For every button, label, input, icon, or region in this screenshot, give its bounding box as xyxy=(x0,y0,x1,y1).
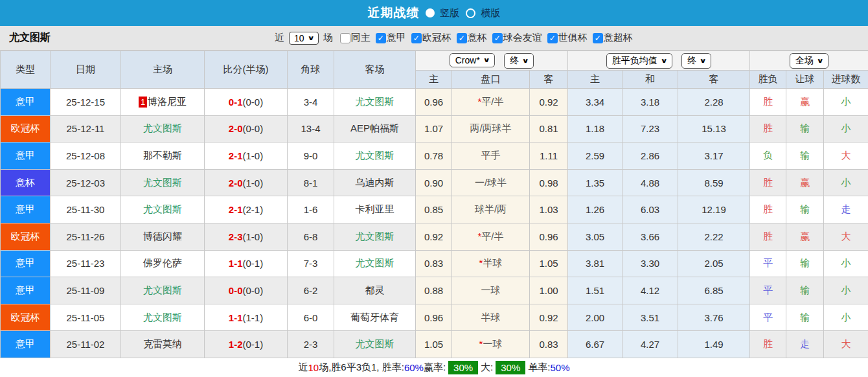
competition-checkbox-label[interactable]: 意杯 xyxy=(468,32,487,44)
competition-checkbox-5[interactable] xyxy=(547,33,558,43)
avg-home-cell: 6.67 xyxy=(568,331,622,358)
result-handicap-cell: 走 xyxy=(786,331,824,358)
away-team-cell: 乌迪内斯 xyxy=(334,169,416,196)
avg-draw-cell: 4.27 xyxy=(622,331,678,358)
avg-home-cell: 3.05 xyxy=(568,223,622,250)
col-header-corners: 角球 xyxy=(288,51,334,89)
handicap-cell: *半球 xyxy=(452,250,530,277)
competition-checkbox-label[interactable]: 欧冠杯 xyxy=(422,32,451,44)
competition-checkbox-list: 同主意甲欧冠杯意杯球会友谊世俱杯意超杯 xyxy=(335,32,633,44)
odds-state-select[interactable]: 终∨ xyxy=(504,53,534,69)
result-handicap-cell: 输 xyxy=(786,196,824,223)
away-team-cell: 尤文图斯 xyxy=(334,143,416,170)
date-cell: 25-12-08 xyxy=(51,143,121,170)
odds-group-header: Crow*∨ 终∨ xyxy=(416,51,568,71)
competition-checkbox-0[interactable] xyxy=(340,33,350,43)
competition-checkbox-3[interactable] xyxy=(457,33,467,43)
horizontal-view-radio[interactable] xyxy=(466,8,475,18)
home-team-cell: 尤文图斯 xyxy=(121,169,205,196)
avg-draw-cell: 3.51 xyxy=(622,304,678,331)
home-team-name: 那不勒斯 xyxy=(143,150,182,161)
odds-away-cell: 1.00 xyxy=(530,277,568,304)
home-team-cell: 那不勒斯 xyxy=(121,143,205,170)
summary-segment: 近 xyxy=(298,361,308,374)
handicap-cell: 一/球半 xyxy=(452,169,530,196)
halftime-score: (1-0) xyxy=(243,177,264,188)
col-header-away: 客场 xyxy=(334,51,416,89)
result-wdl-cell: 胜 xyxy=(750,196,786,223)
competition-checkbox-label[interactable]: 意甲 xyxy=(387,32,406,44)
chevron-down-icon: ∨ xyxy=(522,57,529,64)
result-goals-cell: 大 xyxy=(824,331,868,358)
recent-count-select[interactable]: 10 ∨ xyxy=(289,32,319,45)
avg-away-cell: 8.59 xyxy=(678,169,750,196)
type-badge-cell: 意甲 xyxy=(1,277,51,304)
filters: 近 10 ∨ 场 同主意甲欧冠杯意杯球会友谊世俱杯意超杯 xyxy=(275,32,633,45)
team-name: 尤文图斯 xyxy=(9,31,51,45)
competition-checkbox-1[interactable] xyxy=(376,33,386,43)
handicap-text: 平/半 xyxy=(481,231,503,242)
odds-home-cell: 0.88 xyxy=(416,277,452,304)
date-cell: 25-12-03 xyxy=(51,169,121,196)
vertical-view-radio[interactable] xyxy=(426,8,435,17)
sub-header-goals-result: 进球数 xyxy=(824,71,868,89)
handicap-text: 两/两球半 xyxy=(470,122,511,133)
corners-cell: 6-8 xyxy=(288,223,334,250)
home-team-cell: 尤文图斯 xyxy=(121,277,205,304)
table-row: 欧冠杯25-12-11尤文图斯2-0(0-0)13-4AEP帕福斯1.07两/两… xyxy=(1,115,868,143)
avg-home-cell: 2.00 xyxy=(568,304,622,331)
result-wdl-cell: 胜 xyxy=(750,169,786,196)
competition-checkbox-6[interactable] xyxy=(593,33,603,43)
chevron-down-icon: ∨ xyxy=(816,57,823,64)
result-handicap-cell: 输 xyxy=(786,115,824,143)
result-goals-cell: 走 xyxy=(824,196,868,223)
halftime-score: (0-0) xyxy=(243,285,264,296)
avg-draw-cell: 4.12 xyxy=(622,277,678,304)
competition-checkbox-2[interactable] xyxy=(411,33,422,43)
odds-home-cell: 0.96 xyxy=(416,89,452,116)
avg-home-cell: 1.26 xyxy=(568,196,622,223)
horizontal-view-label[interactable]: 横版 xyxy=(481,7,501,19)
handicap-cell: *平/半 xyxy=(452,223,530,250)
score-cell: 2-3(1-0) xyxy=(205,223,288,250)
type-badge-cell: 意甲 xyxy=(1,250,51,277)
away-team-cell: 尤文图斯 xyxy=(334,250,416,277)
result-goals-cell: 小 xyxy=(824,89,868,116)
avg-type-select[interactable]: 胜平负均值∨ xyxy=(606,53,672,69)
halftime-score: (2-1) xyxy=(243,204,264,215)
avg-state-select[interactable]: 终∨ xyxy=(681,53,711,69)
avg-away-cell: 3.17 xyxy=(678,143,750,170)
corners-cell: 6-0 xyxy=(288,304,334,331)
sub-header-avg-away: 客 xyxy=(678,71,750,89)
fulltime-score: 2-0 xyxy=(229,123,243,134)
odds-away-cell: 0.92 xyxy=(530,89,568,116)
competition-checkbox-label[interactable]: 世俱杯 xyxy=(558,32,588,44)
vertical-view-label[interactable]: 竖版 xyxy=(440,7,460,19)
odds-away-cell: 0.92 xyxy=(530,304,568,331)
result-goals-cell: 大 xyxy=(824,143,868,170)
sub-header-handicap: 盘口 xyxy=(452,71,530,89)
avg-draw-cell: 6.03 xyxy=(622,196,678,223)
competition-checkbox-4[interactable] xyxy=(492,33,503,43)
bookmaker-select[interactable]: Crow*∨ xyxy=(450,53,495,67)
summary-segment: 单率: xyxy=(528,361,550,374)
result-wdl-cell: 平 xyxy=(750,277,786,304)
competition-checkbox-label[interactable]: 意超杯 xyxy=(604,32,633,44)
competition-checkbox-label[interactable]: 同主 xyxy=(351,32,371,44)
date-cell: 25-11-23 xyxy=(51,250,121,277)
avg-draw-cell: 2.86 xyxy=(622,143,678,170)
table-row: 意甲25-11-02克雷莫纳1-2(0-1)2-3尤文图斯1.05*一球0.83… xyxy=(1,331,868,358)
handicap-cell: 半球 xyxy=(452,304,530,331)
competition-checkbox-label[interactable]: 球会友谊 xyxy=(503,32,542,44)
result-handicap-cell: 赢 xyxy=(786,89,824,116)
result-handicap-cell: 赢 xyxy=(786,169,824,196)
fulltime-score: 2-0 xyxy=(229,177,243,188)
avg-away-cell: 12.19 xyxy=(678,196,750,223)
rank-badge: 1 xyxy=(139,97,147,108)
home-team-name: 尤文图斯 xyxy=(143,203,182,214)
type-badge-cell: 欧冠杯 xyxy=(1,304,51,331)
odds-home-cell: 0.96 xyxy=(416,304,452,331)
result-scope-select[interactable]: 全场∨ xyxy=(790,53,828,69)
col-header-score: 比分(半场) xyxy=(205,51,288,89)
avg-home-cell: 1.35 xyxy=(568,169,622,196)
